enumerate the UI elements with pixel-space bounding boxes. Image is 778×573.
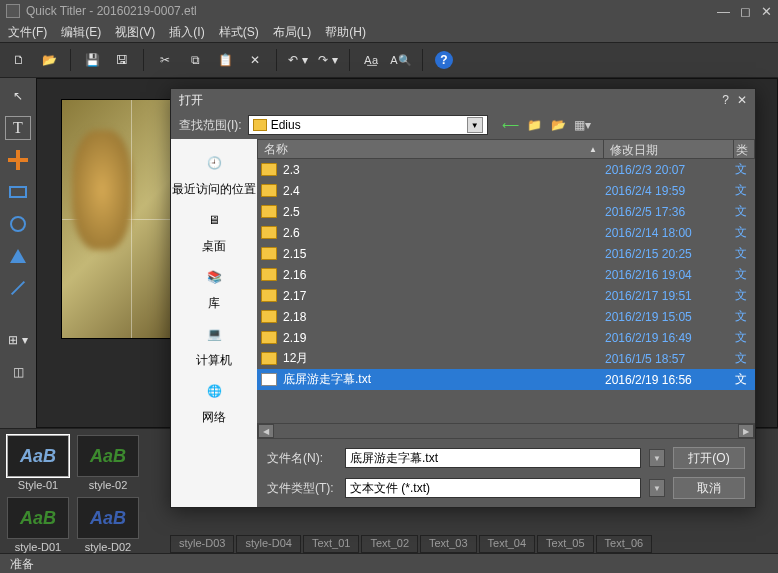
place-item[interactable]: 📚库 [198, 261, 230, 312]
toolbar: 🗋 📂 💾 🖫 ✂ ⧉ 📋 ✕ ↶ ▾ ↷ ▾ A͟a A🔍 ? [0, 42, 778, 78]
column-type[interactable]: 类 [734, 140, 754, 158]
app-title: Quick Titler - 20160219-0007.etl [26, 4, 197, 18]
file-row[interactable]: 2.172016/2/17 19:51文 [257, 285, 755, 306]
up-icon[interactable]: 📁 [526, 117, 544, 133]
paste-icon[interactable]: 📋 [212, 47, 238, 73]
place-item[interactable]: 🖥桌面 [198, 204, 230, 255]
back-icon[interactable]: ⟵ [502, 117, 520, 133]
save-icon[interactable]: 💾 [79, 47, 105, 73]
style-tab[interactable]: Text_02 [361, 535, 418, 553]
dialog-title: 打开 [179, 92, 203, 109]
style-tabs: style-D03style-D04Text_01Text_02Text_03T… [170, 535, 770, 553]
style-tab[interactable]: Text_05 [537, 535, 594, 553]
newfolder-icon[interactable]: 📂 [550, 117, 568, 133]
file-row[interactable]: 2.42016/2/4 19:59文 [257, 180, 755, 201]
style-tab[interactable]: style-D04 [236, 535, 300, 553]
cut-icon[interactable]: ✂ [152, 47, 178, 73]
lookin-label: 查找范围(I): [179, 117, 242, 134]
style-item[interactable]: AaBstyle-02 [76, 435, 140, 491]
redo-icon[interactable]: ↷ ▾ [315, 47, 341, 73]
file-row[interactable]: 2.162016/2/16 19:04文 [257, 264, 755, 285]
line-tool[interactable] [6, 276, 30, 300]
file-row[interactable]: 2.192016/2/19 16:49文 [257, 327, 755, 348]
new-icon[interactable]: 🗋 [6, 47, 32, 73]
filename-dropdown[interactable]: ▼ [649, 449, 665, 467]
menu-layout[interactable]: 布局(L) [273, 24, 312, 41]
file-row[interactable]: 2.182016/2/19 15:05文 [257, 306, 755, 327]
style-tab[interactable]: Text_01 [303, 535, 360, 553]
cancel-button[interactable]: 取消 [673, 477, 745, 499]
saveas-icon[interactable]: 🖫 [109, 47, 135, 73]
lookin-value: Edius [271, 118, 301, 132]
open-dialog: 打开 ? ✕ 查找范围(I): Edius ▼ ⟵ 📁 📂 ▦▾ 🕘最近访问的位… [170, 88, 756, 508]
text-tool[interactable]: T [5, 116, 31, 140]
file-list: 名称▲ 修改日期 类 2.32016/2/3 20:07文2.42016/2/4… [257, 139, 755, 507]
menu-file[interactable]: 文件(F) [8, 24, 47, 41]
style-item[interactable]: AaBStyle-01 [6, 435, 70, 491]
lookin-combo[interactable]: Edius ▼ [248, 115, 488, 135]
file-row[interactable]: 2.32016/2/3 20:07文 [257, 159, 755, 180]
statusbar: 准备 [0, 553, 778, 573]
delete-icon[interactable]: ✕ [242, 47, 268, 73]
filetype-input[interactable]: 文本文件 (*.txt) [345, 478, 641, 498]
align-tool[interactable]: ⊞ ▾ [6, 328, 30, 352]
maximize-button[interactable]: ◻ [740, 4, 751, 19]
column-name[interactable]: 名称▲ [258, 140, 604, 158]
menubar: 文件(F) 编辑(E) 视图(V) 插入(I) 样式(S) 布局(L) 帮助(H… [0, 22, 778, 42]
copy-icon[interactable]: ⧉ [182, 47, 208, 73]
help-icon[interactable]: ? [431, 47, 457, 73]
titlebar: Quick Titler - 20160219-0007.etl — ◻ ✕ [0, 0, 778, 22]
minimize-button[interactable]: — [717, 4, 730, 19]
filetype-label: 文件类型(T): [267, 480, 337, 497]
file-row[interactable]: 底屏游走字幕.txt2016/2/19 16:56文 [257, 369, 755, 390]
h-scrollbar[interactable]: ◀▶ [257, 423, 755, 439]
app-icon [6, 4, 20, 18]
dialog-titlebar: 打开 ? ✕ [171, 89, 755, 111]
rect-tool[interactable] [6, 180, 30, 204]
style-tab[interactable]: Text_03 [420, 535, 477, 553]
misc-tool[interactable]: ◫ [6, 360, 30, 384]
file-row[interactable]: 12月2016/1/5 18:57文 [257, 348, 755, 369]
file-row[interactable]: 2.52016/2/5 17:36文 [257, 201, 755, 222]
textsearch-icon[interactable]: A🔍 [388, 47, 414, 73]
undo-icon[interactable]: ↶ ▾ [285, 47, 311, 73]
close-button[interactable]: ✕ [761, 4, 772, 19]
places-bar: 🕘最近访问的位置🖥桌面📚库💻计算机🌐网络 [171, 139, 257, 507]
menu-view[interactable]: 视图(V) [115, 24, 155, 41]
open-icon[interactable]: 📂 [36, 47, 62, 73]
pointer-tool[interactable]: ↖ [6, 84, 30, 108]
dialog-close-icon[interactable]: ✕ [737, 93, 747, 107]
tool-palette: ↖ T ⊞ ▾ ◫ [0, 78, 36, 428]
open-button[interactable]: 打开(O) [673, 447, 745, 469]
filename-label: 文件名(N): [267, 450, 337, 467]
views-icon[interactable]: ▦▾ [574, 117, 592, 133]
style-tab[interactable]: Text_04 [479, 535, 536, 553]
file-row[interactable]: 2.62016/2/14 18:00文 [257, 222, 755, 243]
file-list-header[interactable]: 名称▲ 修改日期 类 [257, 139, 755, 159]
filetype-dropdown[interactable]: ▼ [649, 479, 665, 497]
circle-tool[interactable] [6, 212, 30, 236]
chevron-down-icon[interactable]: ▼ [467, 117, 483, 133]
style-tab[interactable]: Text_06 [596, 535, 653, 553]
filename-input[interactable]: 底屏游走字幕.txt [345, 448, 641, 468]
style-item[interactable]: AaBstyle-D02 [76, 497, 140, 553]
place-item[interactable]: 🕘最近访问的位置 [172, 147, 256, 198]
crosshair-tool[interactable] [6, 148, 30, 172]
menu-edit[interactable]: 编辑(E) [61, 24, 101, 41]
menu-insert[interactable]: 插入(I) [169, 24, 204, 41]
style-item[interactable]: AaBstyle-D01 [6, 497, 70, 553]
file-row[interactable]: 2.152016/2/15 20:25文 [257, 243, 755, 264]
style-tab[interactable]: style-D03 [170, 535, 234, 553]
place-item[interactable]: 💻计算机 [196, 318, 232, 369]
dialog-help-icon[interactable]: ? [722, 93, 729, 107]
folder-icon [253, 119, 267, 131]
triangle-tool[interactable] [6, 244, 30, 268]
menu-help[interactable]: 帮助(H) [325, 24, 366, 41]
place-item[interactable]: 🌐网络 [198, 375, 230, 426]
menu-style[interactable]: 样式(S) [219, 24, 259, 41]
textfit-icon[interactable]: A͟a [358, 47, 384, 73]
column-date[interactable]: 修改日期 [604, 140, 734, 158]
